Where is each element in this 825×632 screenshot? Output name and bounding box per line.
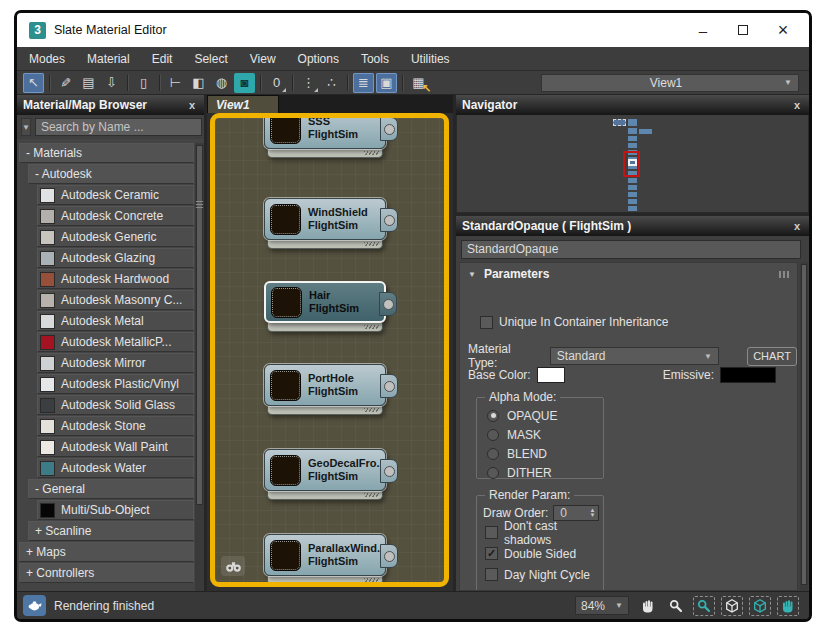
node-output-socket[interactable] [384, 466, 395, 477]
radio-icon[interactable] [487, 448, 499, 460]
pan-icon[interactable] [637, 596, 659, 616]
pick-material-from-object-button[interactable]: ✎ [55, 73, 76, 93]
material-name-input[interactable] [461, 240, 801, 259]
node-footer[interactable] [267, 149, 383, 158]
draw-order-spinner[interactable]: 0 ▲▼ [553, 505, 599, 521]
browser-group-header[interactable]: - General [28, 479, 194, 499]
navigator-minimap[interactable] [456, 115, 809, 213]
browser-group-header[interactable]: - Materials [19, 143, 194, 163]
select-tool-button[interactable]: ↖ [23, 73, 44, 93]
browser-item[interactable]: Autodesk Generic [37, 227, 194, 247]
tab-view1[interactable]: View1 [207, 95, 279, 113]
checkbox-icon[interactable]: ✓ [485, 547, 498, 560]
browser-item[interactable]: Autodesk Hardwood [37, 269, 194, 289]
alpha-option-mask[interactable]: MASK [487, 425, 603, 444]
material-map-browser-toggle-button[interactable]: ≣ [353, 73, 374, 93]
select-by-material-button[interactable]: ▦↖ [408, 73, 429, 93]
render-status-button[interactable] [23, 595, 46, 616]
material-node[interactable]: PortHoleFlightSim [264, 364, 386, 415]
alpha-option-blend[interactable]: BLEND [487, 444, 603, 463]
close-button[interactable]: × [763, 17, 803, 43]
browser-item[interactable]: Autodesk Plastic/Vinyl [37, 374, 194, 394]
browser-item[interactable]: Autodesk Masonry C... [37, 290, 194, 310]
active-view-dropdown[interactable]: View1 ▼ [541, 74, 799, 92]
browser-scrollbar-thumb[interactable] [196, 145, 203, 505]
parameter-scrollbar-thumb[interactable] [801, 264, 807, 585]
browser-group-header[interactable]: - Autodesk [28, 164, 194, 184]
material-node[interactable]: WindShieldFlightSim [264, 198, 386, 249]
move-children-button[interactable]: ⊢ [165, 73, 186, 93]
maximize-button[interactable] [723, 17, 763, 43]
node-output-socket[interactable] [384, 215, 395, 226]
material-node[interactable]: HairFlightSim [264, 281, 386, 332]
rollout-header[interactable]: ▼ Parameters [460, 263, 797, 285]
hide-unused-nodeslots-button[interactable]: ◧ [188, 73, 209, 93]
radio-icon[interactable] [487, 467, 499, 479]
checkbox-icon[interactable] [485, 568, 498, 581]
browser-panel-header[interactable]: Material/Map Browser x [17, 95, 204, 115]
node-footer[interactable] [267, 491, 383, 500]
show-shaded-material-in-viewport-button[interactable]: ◙ [234, 73, 255, 93]
parameter-editor-toggle-button[interactable]: ▣ [376, 73, 397, 93]
menu-select[interactable]: Select [194, 52, 227, 66]
browser-group-header[interactable]: + Maps [19, 542, 194, 562]
node-footer[interactable] [267, 323, 383, 332]
material-node[interactable]: SSSFlightSim [264, 113, 386, 158]
radio-icon[interactable] [487, 429, 499, 441]
layout-children-button[interactable]: ∴ [321, 73, 342, 93]
alpha-option-opaque[interactable]: OPAQUE [487, 406, 603, 425]
browser-item[interactable]: Autodesk Mirror [37, 353, 194, 373]
browser-item[interactable]: Multi/Sub-Object [37, 500, 194, 520]
put-material-to-scene-button[interactable]: ▤ [78, 73, 99, 93]
menu-options[interactable]: Options [298, 52, 339, 66]
search-filter-button[interactable]: ▼ [21, 118, 31, 136]
zoom-level-dropdown[interactable]: 84% ▼ [575, 596, 629, 615]
browser-item[interactable]: Autodesk Concrete [37, 206, 194, 226]
browser-item[interactable]: Autodesk Wall Paint [37, 437, 194, 457]
navigator-close-icon[interactable]: x [791, 99, 803, 111]
checkbox-icon[interactable] [485, 526, 498, 539]
node-footer[interactable] [267, 240, 383, 249]
show-number-button[interactable]: 0 [266, 73, 287, 93]
delete-selected-button[interactable]: ▯ [133, 73, 154, 93]
browser-item[interactable]: Autodesk Ceramic [37, 185, 194, 205]
render-checkbox-row[interactable]: Don't cast shadows [485, 522, 603, 543]
browser-item[interactable]: Autodesk Glazing [37, 248, 194, 268]
material-type-dropdown[interactable]: Standard ▼ [550, 347, 719, 365]
pan-to-selected-icon[interactable] [777, 596, 799, 616]
browser-scrollbar[interactable] [195, 143, 204, 591]
navigator-header[interactable]: Navigator x [456, 95, 809, 115]
browser-item[interactable]: Autodesk MetallicP... [37, 332, 194, 352]
assign-material-to-selection-button[interactable]: ⇩ [101, 73, 122, 93]
parameter-panel-header[interactable]: StandardOpaque ( FlightSim ) x [456, 216, 809, 236]
spinner-arrows-icon[interactable]: ▲▼ [589, 508, 598, 518]
browser-group-header[interactable]: + Scanline [28, 521, 194, 541]
menu-view[interactable]: View [250, 52, 276, 66]
search-input[interactable] [35, 118, 202, 136]
menu-utilities[interactable]: Utilities [411, 52, 450, 66]
radio-icon[interactable] [487, 410, 499, 422]
node-output-socket[interactable] [384, 381, 395, 392]
node-output-socket[interactable] [383, 299, 394, 310]
node-graph-canvas[interactable]: SSSFlightSimWindShieldFlightSimHairFligh… [207, 113, 453, 591]
menu-tools[interactable]: Tools [361, 52, 389, 66]
minimize-button[interactable]: – [683, 17, 723, 43]
node-output-socket[interactable] [384, 551, 395, 562]
zoom-region-icon[interactable] [693, 596, 715, 616]
material-node[interactable]: ParallaxWind...FlightSim [264, 534, 386, 585]
node-output-socket[interactable] [384, 124, 395, 135]
alpha-option-dither[interactable]: DITHER [487, 463, 603, 482]
zoom-icon[interactable] [665, 596, 687, 616]
node-footer[interactable] [267, 406, 383, 415]
rollout-grip-icon[interactable] [779, 271, 789, 278]
parameter-scrollbar[interactable] [800, 262, 808, 591]
browser-item[interactable]: Autodesk Solid Glass [37, 395, 194, 415]
menu-edit[interactable]: Edit [152, 52, 173, 66]
browser-item[interactable]: Autodesk Stone [37, 416, 194, 436]
browser-item[interactable]: Autodesk Metal [37, 311, 194, 331]
browser-close-icon[interactable]: x [186, 99, 198, 111]
layout-all-vertical-button[interactable]: ⋮ [298, 73, 319, 93]
material-node[interactable]: GeoDecalFro...FlightSim [264, 449, 386, 500]
browser-item[interactable]: Autodesk Water [37, 458, 194, 478]
zoom-extents-selected-icon[interactable] [749, 596, 771, 616]
